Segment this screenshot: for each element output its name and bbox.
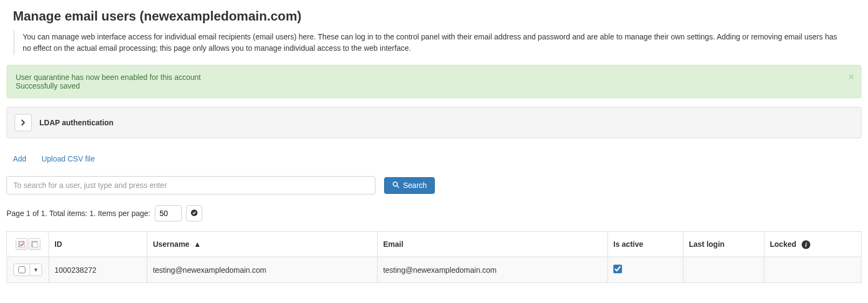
close-icon[interactable]: × xyxy=(848,71,855,83)
select-all-header xyxy=(7,232,49,257)
cell-username: testing@newexampledomain.com xyxy=(147,257,378,283)
column-last-login[interactable]: Last login xyxy=(684,232,764,257)
column-is-active[interactable]: Is active xyxy=(608,232,684,257)
pagination-text: Page 1 of 1. Total items: 1. Items per p… xyxy=(6,209,151,218)
column-username-label: Username xyxy=(153,240,189,248)
search-input[interactable] xyxy=(6,176,375,194)
cell-locked xyxy=(764,257,862,283)
search-button[interactable]: Search xyxy=(384,177,435,194)
search-button-label: Search xyxy=(403,181,427,190)
page-description: You can manage web interface access for … xyxy=(13,30,855,55)
apply-items-button[interactable] xyxy=(186,205,202,221)
svg-rect-4 xyxy=(32,242,38,247)
deselect-all-icon[interactable] xyxy=(29,238,40,250)
alert-line1: User quarantine has now been enabled for… xyxy=(16,73,852,82)
row-select-group: ▼ xyxy=(13,264,43,276)
chevron-right-icon[interactable] xyxy=(15,114,32,131)
cell-is-active xyxy=(608,257,684,283)
column-email[interactable]: Email xyxy=(378,232,608,257)
cell-email: testing@newexampledomain.com xyxy=(378,257,608,283)
users-table: ID Username ▲ Email Is active Last login… xyxy=(6,231,862,283)
select-all-icon[interactable] xyxy=(16,238,28,250)
search-icon xyxy=(392,181,400,190)
column-locked-label: Locked xyxy=(770,240,796,248)
check-circle-icon xyxy=(190,209,198,218)
success-alert: User quarantine has now been enabled for… xyxy=(6,65,862,98)
add-link[interactable]: Add xyxy=(13,154,26,163)
items-per-page-input[interactable] xyxy=(155,205,182,221)
table-row: ▼ 1000238272 testing@newexampledomain.co… xyxy=(7,257,862,283)
cell-last-login xyxy=(684,257,764,283)
cell-id: 1000238272 xyxy=(49,257,147,283)
row-checkbox[interactable] xyxy=(18,266,25,273)
ldap-panel: LDAP authentication xyxy=(6,107,862,138)
is-active-checkbox[interactable] xyxy=(613,265,622,273)
upload-csv-link[interactable]: Upload CSV file xyxy=(42,154,95,163)
sort-asc-icon: ▲ xyxy=(194,240,201,248)
column-id[interactable]: ID xyxy=(49,232,147,257)
page-title: Manage email users (newexampledomain.com… xyxy=(13,9,862,24)
column-username[interactable]: Username ▲ xyxy=(147,232,378,257)
ldap-panel-title: LDAP authentication xyxy=(39,118,113,127)
info-icon[interactable]: i xyxy=(802,240,810,249)
alert-line2: Successfully saved xyxy=(16,82,852,90)
column-locked[interactable]: Locked i xyxy=(764,232,862,257)
row-actions-caret[interactable]: ▼ xyxy=(30,264,42,275)
